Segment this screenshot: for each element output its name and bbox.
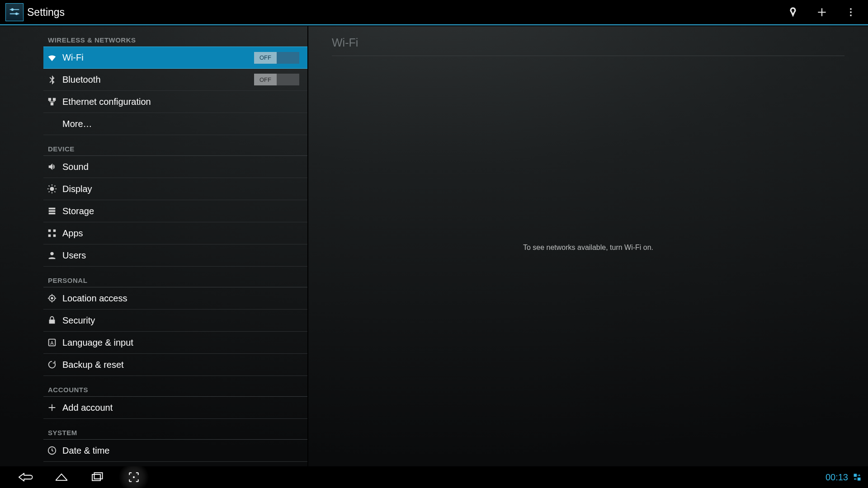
row-label: Apps (62, 228, 299, 239)
wifi-toggle[interactable]: OFF (254, 52, 299, 64)
row-label: Location access (62, 293, 299, 304)
row-label: Backup & reset (62, 360, 299, 370)
row-label: Display (62, 184, 299, 194)
sound-icon (46, 161, 58, 173)
svg-rect-25 (53, 235, 56, 237)
lock-icon (46, 314, 58, 326)
svg-point-27 (51, 297, 53, 300)
settings-row-storage[interactable]: Storage (43, 200, 307, 222)
row-label: Users (62, 250, 299, 261)
recents-button[interactable] (80, 466, 116, 488)
svg-rect-6 (850, 14, 851, 16)
svg-line-17 (49, 192, 50, 192)
svg-point-10 (50, 187, 54, 191)
sliders-icon (8, 6, 21, 19)
ethernet-icon (46, 96, 58, 108)
toggle-knob: OFF (254, 74, 277, 85)
row-label: Ethernet configuration (62, 97, 299, 107)
plus-icon (816, 6, 828, 18)
svg-line-16 (55, 192, 56, 192)
row-label: Language & input (62, 338, 299, 348)
navigation-bar: 00:13 (0, 466, 868, 488)
section-header-system: SYSTEM (43, 419, 307, 439)
location-icon (46, 292, 58, 304)
svg-line-18 (55, 186, 56, 187)
section-header-accounts: ACCOUNTS (43, 376, 307, 396)
action-bar: Settings (0, 0, 868, 25)
clock-icon (46, 445, 58, 456)
svg-rect-4 (850, 8, 851, 9)
settings-row-more[interactable]: More… (43, 113, 307, 135)
detail-title: Wi-Fi (332, 26, 844, 56)
wps-button[interactable] (778, 0, 807, 25)
status-clock[interactable]: 00:13 (826, 472, 848, 483)
settings-app-icon[interactable] (5, 3, 24, 21)
svg-rect-7 (48, 98, 51, 101)
svg-rect-38 (92, 474, 100, 481)
svg-rect-39 (94, 473, 103, 479)
settings-list-pane: WIRELESS & NETWORKS Wi-Fi OFF Bluetooth (0, 26, 307, 466)
section-header-wireless: WIRELESS & NETWORKS (43, 26, 307, 47)
settings-row-display[interactable]: Display (43, 178, 307, 200)
back-icon (18, 472, 33, 483)
apps-icon (46, 227, 58, 239)
section-header-personal: PERSONAL (43, 267, 307, 287)
row-label: Sound (62, 162, 299, 172)
svg-rect-33 (49, 319, 55, 324)
svg-rect-42 (858, 478, 861, 481)
row-label: Date & time (62, 446, 299, 456)
network-status-icon[interactable] (853, 473, 862, 482)
detail-pane: Wi-Fi To see networks available, turn Wi… (308, 26, 868, 466)
bluetooth-icon (46, 74, 58, 85)
detail-empty-message: To see networks available, turn Wi-Fi on… (308, 244, 868, 252)
row-label: Wi-Fi (62, 52, 254, 63)
section-header-device: DEVICE (43, 135, 307, 155)
svg-rect-20 (49, 210, 56, 212)
display-icon (46, 183, 58, 195)
back-button[interactable] (7, 466, 43, 488)
home-button[interactable] (43, 466, 80, 488)
svg-rect-19 (49, 208, 56, 210)
overflow-menu-button[interactable] (836, 0, 865, 25)
settings-row-datetime[interactable]: Date & time (43, 440, 307, 462)
svg-point-26 (50, 252, 53, 255)
svg-rect-24 (48, 235, 51, 237)
settings-row-backup[interactable]: Backup & reset (43, 354, 307, 376)
recents-icon (91, 472, 104, 483)
svg-point-3 (15, 13, 18, 15)
svg-rect-22 (48, 230, 51, 232)
blank-icon (46, 118, 58, 130)
settings-row-apps[interactable]: Apps (43, 222, 307, 244)
svg-point-40 (133, 476, 134, 478)
svg-rect-23 (53, 230, 56, 232)
storage-icon (46, 205, 58, 217)
plus-icon (46, 402, 58, 413)
overflow-icon (845, 6, 857, 18)
screenshot-icon (128, 471, 140, 483)
page-title: Settings (27, 6, 65, 19)
backup-icon (46, 359, 58, 371)
svg-point-1 (11, 8, 14, 11)
settings-row-sound[interactable]: Sound (43, 156, 307, 178)
svg-line-15 (49, 186, 50, 187)
settings-row-language[interactable]: A Language & input (43, 332, 307, 354)
settings-row-location[interactable]: Location access (43, 287, 307, 310)
settings-row-ethernet[interactable]: Ethernet configuration (43, 91, 307, 113)
svg-rect-5 (850, 11, 851, 13)
screenshot-button[interactable] (116, 466, 152, 488)
settings-row-wifi[interactable]: Wi-Fi OFF (43, 47, 307, 69)
svg-rect-41 (854, 474, 857, 477)
svg-rect-8 (53, 98, 56, 101)
row-label: Storage (62, 206, 299, 216)
settings-row-security[interactable]: Security (43, 310, 307, 332)
add-network-button[interactable] (807, 0, 836, 25)
bluetooth-toggle[interactable]: OFF (254, 74, 299, 85)
settings-row-accessibility[interactable]: Accessibility (43, 462, 307, 466)
wps-icon (787, 6, 799, 18)
wifi-icon (46, 52, 58, 64)
settings-row-add-account[interactable]: Add account (43, 397, 307, 419)
row-label: Security (62, 315, 299, 326)
settings-row-bluetooth[interactable]: Bluetooth OFF (43, 69, 307, 91)
settings-row-users[interactable]: Users (43, 244, 307, 267)
language-icon: A (46, 337, 58, 348)
